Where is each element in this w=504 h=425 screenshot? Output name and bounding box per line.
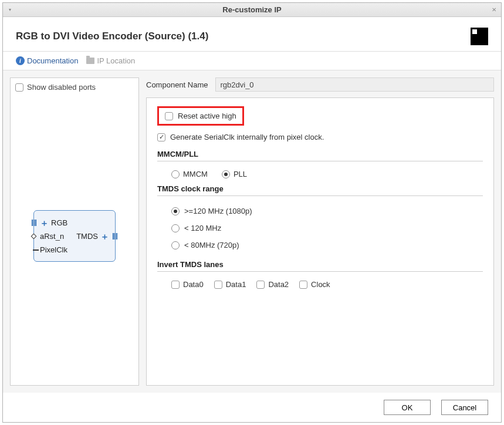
ok-button[interactable]: OK: [384, 400, 431, 415]
config-pane: Component Name Reset active high Generat…: [146, 77, 494, 386]
generate-serialclk-option[interactable]: Generate SerialClk internally from pixel…: [157, 133, 483, 141]
titlebar: ▾ Re-customize IP ✕: [3, 3, 501, 17]
folder-icon: [86, 58, 94, 64]
show-disabled-ports-option[interactable]: Show disabled ports: [15, 83, 134, 92]
main-area: Show disabled ports ＋ RGB aRst_n: [3, 70, 501, 393]
tmds-clock-range-section-title: TMDS clock range: [157, 184, 483, 196]
invert-data2-option[interactable]: Data2: [256, 280, 289, 289]
tmds-port-stub-icon: [113, 233, 117, 240]
mmcm-pll-section-title: MMCM/PLL: [157, 150, 483, 161]
pll-radio[interactable]: [222, 170, 230, 178]
tmds-range-lt120-label: < 120 MHz: [184, 224, 221, 232]
invert-data0-label: Data0: [183, 280, 204, 289]
header-row: RGB to DVI Video Encoder (Source) (1.4): [3, 17, 501, 51]
generate-serialclk-label: Generate SerialClk internally from pixel…: [170, 133, 324, 141]
ip-location-link[interactable]: IP Location: [86, 56, 135, 65]
system-menu-icon[interactable]: ▾: [6, 6, 13, 14]
invert-data1-label: Data1: [226, 280, 246, 289]
documentation-label: Documentation: [27, 56, 78, 65]
tmds-range-120-option[interactable]: >=120 MHz (1080p): [157, 204, 483, 218]
invert-data1-option[interactable]: Data1: [214, 280, 246, 289]
port-pixelclk-label: PixelClk: [40, 245, 67, 254]
expand-icon[interactable]: ＋: [100, 232, 109, 241]
amd-logo-icon: [471, 28, 488, 45]
tmds-range-120-label: >=120 MHz (1080p): [184, 207, 252, 215]
show-disabled-ports-label: Show disabled ports: [27, 83, 96, 92]
reset-active-high-label: Reset active high: [178, 112, 236, 120]
reset-active-high-highlight: Reset active high: [157, 106, 244, 126]
dialog-button-row: OK Cancel: [3, 393, 501, 422]
component-name-label: Component Name: [146, 80, 208, 89]
recustomize-ip-window: ▾ Re-customize IP ✕ RGB to DVI Video Enc…: [2, 2, 502, 423]
invert-data0-option[interactable]: Data0: [171, 280, 204, 289]
invert-data2-checkbox[interactable]: [256, 281, 265, 289]
invert-clock-checkbox[interactable]: [299, 281, 307, 289]
mmcm-pll-radio-group: MMCM PLL: [157, 170, 483, 178]
ip-symbol[interactable]: ＋ RGB aRst_n TMDS ＋: [33, 210, 116, 262]
expand-icon[interactable]: ＋: [40, 218, 49, 227]
invert-data1-checkbox[interactable]: [214, 281, 222, 289]
mmcm-option[interactable]: MMCM: [171, 170, 208, 178]
tmds-range-120-radio[interactable]: [171, 207, 180, 215]
ip-block-preview: ＋ RGB aRst_n TMDS ＋: [15, 92, 134, 380]
invert-tmds-lanes-group: Data0 Data1 Data2 Clock: [157, 280, 483, 289]
info-icon: i: [16, 56, 25, 65]
pll-option[interactable]: PLL: [222, 170, 247, 178]
invert-tmds-section-title: Invert TMDS lanes: [157, 260, 483, 272]
arst-port-stub-icon: [31, 233, 37, 239]
pixelclk-port-stub-icon: [33, 249, 39, 251]
window-title: Re-customize IP: [3, 5, 501, 14]
mmcm-radio[interactable]: [171, 170, 180, 178]
close-button[interactable]: ✕: [491, 6, 498, 14]
invert-clock-label: Clock: [311, 280, 330, 289]
port-arst-label: aRst_n: [40, 232, 64, 241]
ip-location-label: IP Location: [97, 56, 135, 65]
mmcm-label: MMCM: [183, 170, 208, 178]
preview-pane: Show disabled ports ＋ RGB aRst_n: [10, 77, 139, 386]
pll-label: PLL: [234, 170, 247, 178]
tmds-range-80-radio[interactable]: [171, 241, 180, 249]
show-disabled-ports-checkbox[interactable]: [15, 83, 23, 92]
port-tmds-label: TMDS: [76, 232, 98, 241]
tmds-range-80-option[interactable]: < 80MHz (720p): [157, 238, 483, 252]
reset-active-high-checkbox[interactable]: [165, 112, 173, 120]
documentation-link[interactable]: i Documentation: [16, 56, 78, 65]
links-row: i Documentation IP Location: [3, 52, 501, 70]
generate-serialclk-checkbox[interactable]: [157, 133, 165, 141]
invert-clock-option[interactable]: Clock: [299, 280, 330, 289]
tmds-range-lt120-radio[interactable]: [171, 224, 180, 232]
component-name-row: Component Name: [146, 77, 494, 92]
invert-data0-checkbox[interactable]: [171, 281, 180, 289]
options-box: Reset active high Generate SerialClk int…: [146, 97, 494, 386]
tmds-range-80-label: < 80MHz (720p): [184, 241, 239, 249]
ip-name-heading: RGB to DVI Video Encoder (Source) (1.4): [16, 31, 471, 42]
tmds-range-lt120-option[interactable]: < 120 MHz: [157, 221, 483, 235]
invert-data2-label: Data2: [268, 280, 289, 289]
rgb-port-stub-icon: [32, 220, 36, 226]
port-rgb-label: RGB: [51, 218, 67, 227]
component-name-input[interactable]: [215, 77, 495, 92]
cancel-button[interactable]: Cancel: [441, 400, 488, 415]
